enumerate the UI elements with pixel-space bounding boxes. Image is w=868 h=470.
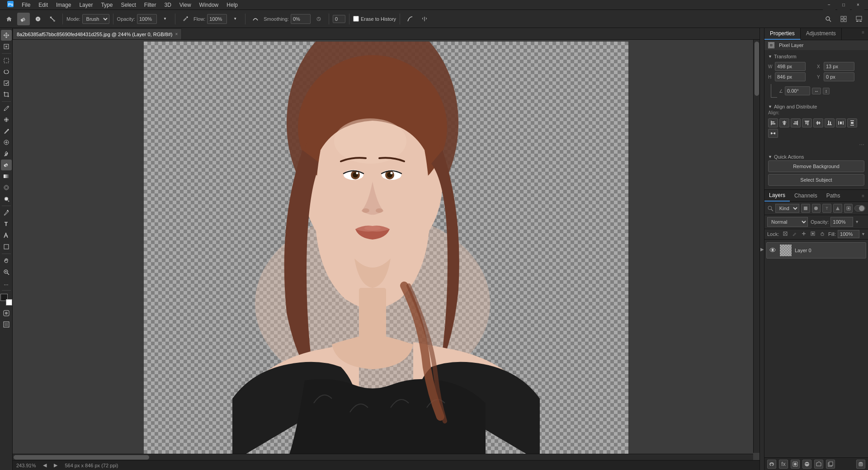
scrollbar-v-thumb[interactable] xyxy=(755,42,759,96)
workspace-btn[interactable] xyxy=(853,13,865,25)
opacity-input[interactable] xyxy=(137,14,157,24)
distribute-h-btn[interactable] xyxy=(836,118,846,127)
menu-select[interactable]: Select xyxy=(117,1,139,9)
type-tool[interactable]: T xyxy=(1,219,12,230)
extra-tools-btn[interactable]: ... xyxy=(1,278,12,289)
minimize-btn[interactable]: − xyxy=(823,0,835,11)
quick-actions-title[interactable]: ▼ Quick Actions xyxy=(768,152,864,160)
flip-v-btn[interactable]: ↕ xyxy=(823,88,830,94)
stamp-tool[interactable] xyxy=(1,137,12,148)
erase-history-checkbox[interactable] xyxy=(353,16,359,22)
eraser-tool[interactable] xyxy=(1,160,12,170)
canvas-tab-close[interactable]: × xyxy=(175,32,178,37)
add-style-btn[interactable]: fx xyxy=(779,460,788,469)
screen-mode-btn[interactable] xyxy=(1,319,12,330)
rectangular-marquee-tool[interactable] xyxy=(1,55,12,66)
more-options-btn[interactable]: ··· xyxy=(768,140,864,149)
delete-layer-btn[interactable] xyxy=(856,460,865,469)
path-selection-tool[interactable] xyxy=(1,230,12,241)
angle-input[interactable] xyxy=(785,86,810,95)
opacity-arrow-btn[interactable]: ▼ xyxy=(159,13,171,25)
history-brush-tool[interactable] xyxy=(1,148,12,159)
layer-visibility-toggle[interactable] xyxy=(769,247,777,254)
menu-3d[interactable]: 3D xyxy=(160,1,175,9)
symmetry-btn[interactable] xyxy=(418,13,431,25)
pixel-filter-btn[interactable] xyxy=(801,204,810,213)
smooth-btn[interactable] xyxy=(249,13,262,25)
tab-layers[interactable]: Layers xyxy=(764,190,790,202)
filter-toggle[interactable] xyxy=(854,205,865,212)
lock-all-btn[interactable] xyxy=(819,230,826,238)
align-center-h-btn[interactable] xyxy=(779,118,789,127)
artboard-tool[interactable] xyxy=(1,41,12,52)
gradient-tool[interactable] xyxy=(1,171,12,182)
crop-tool[interactable] xyxy=(1,89,12,100)
tab-adjustments[interactable]: Adjustments xyxy=(801,28,842,40)
flip-h-btn[interactable]: ↔ xyxy=(812,88,821,94)
add-mask-btn[interactable] xyxy=(791,460,800,469)
menu-file[interactable]: File xyxy=(18,1,34,9)
remove-background-btn[interactable]: Remove Background xyxy=(768,160,864,172)
search-btn[interactable] xyxy=(822,13,835,25)
smoothing-settings-btn[interactable] xyxy=(312,13,325,25)
lock-image-btn[interactable] xyxy=(791,230,798,238)
properties-close-btn[interactable]: ≡ xyxy=(858,28,868,40)
distribute-spacing-btn[interactable] xyxy=(768,129,778,138)
tab-channels[interactable]: Channels xyxy=(790,190,822,201)
align-bottom-btn[interactable] xyxy=(825,118,835,127)
transform-section-title[interactable]: ▼ Transform xyxy=(768,52,864,60)
menu-help[interactable]: Help xyxy=(223,1,241,9)
menu-window[interactable]: Window xyxy=(196,1,222,9)
home-btn[interactable] xyxy=(3,13,15,25)
brush-tool[interactable] xyxy=(1,126,12,136)
color-swatches[interactable] xyxy=(0,294,12,306)
new-group-btn[interactable] xyxy=(814,460,823,469)
zoom-tool[interactable] xyxy=(1,267,12,277)
nav-forward-btn[interactable]: ▶ xyxy=(54,462,57,468)
airbrush-btn[interactable] xyxy=(179,13,192,25)
maximize-btn[interactable]: □ xyxy=(837,0,850,11)
close-btn[interactable]: × xyxy=(852,0,864,11)
shape-filter-btn[interactable] xyxy=(833,204,842,213)
wh-link-icon[interactable] xyxy=(771,84,777,98)
filter-kind-select[interactable]: Kind xyxy=(775,204,799,213)
pen-tool[interactable] xyxy=(1,207,12,218)
align-center-v-btn[interactable] xyxy=(813,118,823,127)
smoothing-input[interactable] xyxy=(291,14,311,24)
link-layers-btn[interactable] xyxy=(767,460,776,469)
eyedropper-tool[interactable] xyxy=(1,103,12,114)
right-collapse-btn[interactable]: ▶ xyxy=(760,28,764,470)
menu-image[interactable]: Image xyxy=(52,1,75,9)
arrange-btn[interactable] xyxy=(837,13,850,25)
canvas-scrollbar-v[interactable] xyxy=(753,40,760,453)
align-top-btn[interactable] xyxy=(802,118,812,127)
adjustment-filter-btn[interactable] xyxy=(812,204,821,213)
quick-mask-btn[interactable] xyxy=(1,308,12,319)
canvas-scrollbar-h[interactable] xyxy=(13,454,753,460)
x-input[interactable] xyxy=(824,62,854,71)
opacity-arrow[interactable]: ▼ xyxy=(855,220,859,224)
nav-back-btn[interactable]: ◀ xyxy=(43,462,47,468)
tab-paths[interactable]: Paths xyxy=(822,190,845,201)
smart-filter-btn[interactable] xyxy=(844,204,853,213)
distribute-v-btn[interactable] xyxy=(847,118,857,127)
menu-layer[interactable]: Layer xyxy=(75,1,96,9)
layer-item[interactable]: Layer 0 xyxy=(766,242,866,258)
tab-properties[interactable]: Properties xyxy=(764,28,801,40)
blur-tool[interactable] xyxy=(1,182,12,193)
width-input[interactable] xyxy=(775,62,806,71)
menu-type[interactable]: Type xyxy=(97,1,116,9)
canvas-tab[interactable]: 8a2b6385af57bbc85690fed48431d255.jpg @ 2… xyxy=(13,28,182,39)
fill-arrow[interactable]: ▼ xyxy=(861,232,865,236)
erase-history-label[interactable]: Erase to History xyxy=(353,16,396,22)
angle-input[interactable] xyxy=(333,15,345,23)
lock-artboard-btn[interactable] xyxy=(810,230,816,238)
select-subject-btn[interactable]: Select Subject xyxy=(768,174,864,186)
layers-close-btn[interactable]: ≡ xyxy=(858,192,868,200)
heal-tool[interactable] xyxy=(1,114,12,125)
blend-mode-select[interactable]: Normal Multiply Screen Overlay xyxy=(767,217,808,227)
hand-tool[interactable] xyxy=(1,255,12,266)
type-filter-btn[interactable]: T xyxy=(822,204,831,213)
shape-tool[interactable] xyxy=(1,241,12,252)
new-layer-btn[interactable] xyxy=(826,460,835,469)
